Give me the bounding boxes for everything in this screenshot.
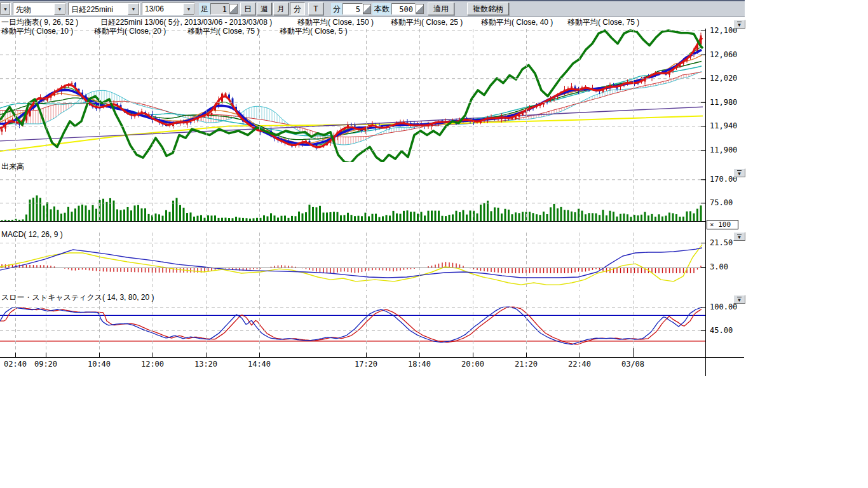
collapse-arrow-icon: ▼ <box>737 234 742 240</box>
macd-axis-label: 21.50 <box>710 239 733 247</box>
time-axis-label: 20:00 <box>461 360 484 369</box>
indicator-label: 移動平均( Close, 25 ) <box>391 18 463 27</box>
collapse-panel-button[interactable]: ▼ <box>733 20 745 29</box>
collapse-arrow-icon: ▼ <box>737 22 742 27</box>
macd-panel-title: MACD( 12, 26, 9 ) <box>1 231 63 239</box>
time-axis-label: 21:20 <box>515 360 538 369</box>
price-axis-label: 12,020 <box>710 74 737 83</box>
time-axis-label: 03/08 <box>621 360 644 369</box>
price-axis-label: 11,940 <box>710 122 737 130</box>
stochastics-panel-title: スロー・ストキャスティクス( 14, 3, 80, 20 ) <box>1 294 154 302</box>
indicator-label: 日経225mini 13/06( 5分, 2013/03/06 - 2013/0… <box>100 18 272 27</box>
indicator-label: 移動平均( Close, 20 ) <box>94 27 166 36</box>
price-axis-label: 11,980 <box>710 98 737 107</box>
indicator-label: 移動平均( Close, 75 ) <box>187 27 259 36</box>
volume-panel-title: 出来高 <box>1 163 24 171</box>
indicator-label: 移動平均( Close, 75 ) <box>567 18 639 27</box>
time-axis-label: 02:40 <box>4 360 27 369</box>
collapse-panel-button[interactable]: ▼ <box>733 295 745 304</box>
time-axis-label: 12:00 <box>141 360 164 369</box>
collapse-panel-button[interactable]: ▼ <box>733 168 745 177</box>
indicator-label: 移動平均( Close, 10 ) <box>1 27 73 36</box>
indicator-label: 一目均衡表( 9, 26, 52 ) <box>1 18 78 27</box>
collapse-arrow-icon: ▼ <box>737 297 742 302</box>
collapse-arrow-icon: ▼ <box>737 170 742 176</box>
time-axis-label: 09:20 <box>34 360 57 369</box>
price-axis-label: 11,900 <box>710 146 737 154</box>
stoch-axis-label: 45.00 <box>710 327 733 335</box>
indicator-label: 移動平均( Close, 150 ) <box>297 18 374 27</box>
volume-axis-label: 75.00 <box>710 199 733 207</box>
macd-axis-label: 3.00 <box>710 263 728 271</box>
price-axis-label: 12,060 <box>710 51 737 59</box>
time-axis-label: 18:40 <box>408 360 431 369</box>
indicator-label: 移動平均( Close, 40 ) <box>481 18 553 27</box>
time-axis-label: 22:40 <box>568 360 591 369</box>
time-axis-label: 13:20 <box>194 360 217 369</box>
time-axis-label: 14:40 <box>248 360 271 369</box>
time-axis-label: 10:40 <box>88 360 111 369</box>
collapse-panel-button[interactable]: ▼ <box>733 232 745 241</box>
volume-multiplier-badge: × 100 <box>707 220 738 229</box>
application-window: ▼ 先物 ▼ 日経225mini ▼ 13/06 ▼ 足 1 日 週 月 分 T… <box>0 0 868 488</box>
time-axis-label: 17:20 <box>355 360 377 369</box>
indicator-label: 移動平均( Close, 5 ) <box>280 27 348 36</box>
chart-plot-area <box>0 0 750 394</box>
stoch-axis-label: 100.00 <box>710 303 737 311</box>
